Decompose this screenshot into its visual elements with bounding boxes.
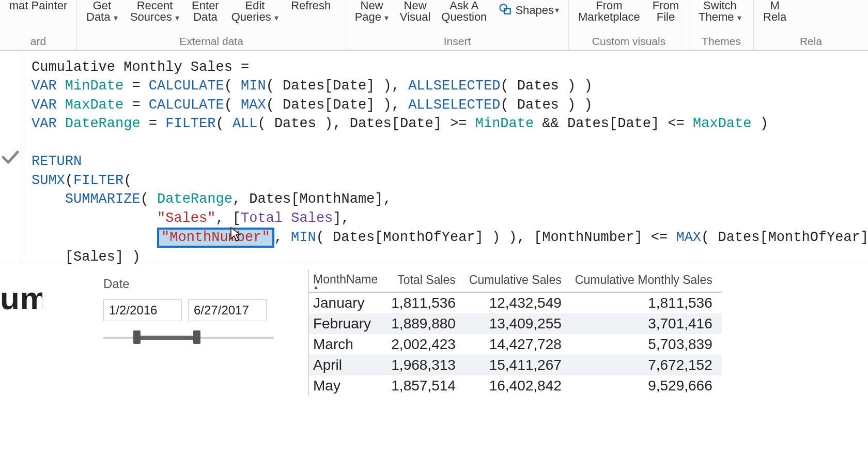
svg-point-0	[500, 4, 506, 11]
ribbon-group-label-rel: Rela	[754, 35, 868, 50]
ribbon-group-relationships: M Rela Rela	[754, 0, 868, 50]
chevron-down-icon: ▾	[555, 6, 559, 14]
get-data-button[interactable]: Get Data ▾	[80, 0, 124, 27]
switch-theme-button[interactable]: Switch Theme ▾	[692, 0, 748, 27]
slider-handle-start[interactable]	[133, 330, 141, 344]
refresh-button[interactable]: Refresh	[285, 0, 337, 27]
slicer-to-input[interactable]: 6/27/2017	[188, 299, 267, 321]
report-canvas: um Date 1/2/2016 6/27/2017 MonthName ▲ T…	[0, 264, 868, 452]
ribbon-group-custom-visuals: From Marketplace From File Custom visual…	[569, 0, 689, 50]
enter-data-button[interactable]: Enter Data	[185, 0, 225, 27]
slicer-from-input[interactable]: 1/2/2016	[103, 299, 182, 321]
ribbon-group-label-themes: Themes	[689, 35, 753, 50]
ribbon-group-insert: New Page ▾ New Visual Ask A Question Sha…	[346, 0, 569, 50]
shapes-button[interactable]: Shapes ▾	[492, 0, 566, 21]
shapes-icon	[499, 2, 513, 19]
ask-question-button[interactable]: Ask A Question	[436, 0, 492, 27]
from-marketplace-button[interactable]: From Marketplace	[572, 0, 646, 27]
selected-text: "MonthNumber"	[157, 228, 274, 248]
manage-rel-button[interactable]: M Rela	[757, 0, 793, 27]
col-header-monthname[interactable]: MonthName ▲	[309, 269, 387, 292]
table-row[interactable]: January1,811,53612,432,5491,811,536	[309, 292, 722, 313]
commit-formula-button[interactable]	[0, 51, 21, 264]
col-header-cumulative-monthly-sales[interactable]: Cumulative Monthly Sales	[571, 269, 722, 292]
edit-queries-button[interactable]: Edit Queries ▾	[225, 0, 285, 27]
ribbon-group-themes: Switch Theme ▾ Themes	[689, 0, 754, 50]
sort-asc-icon: ▲	[313, 287, 378, 288]
chevron-down-icon: ▾	[382, 13, 389, 22]
slicer-slider[interactable]	[103, 330, 274, 345]
chevron-down-icon: ▾	[272, 13, 278, 22]
table-row[interactable]: March2,002,42314,427,7285,703,839	[309, 334, 722, 355]
slicer-title: Date	[103, 277, 274, 291]
slider-handle-end[interactable]	[193, 330, 200, 344]
ribbon-group-label-insert: Insert	[346, 35, 568, 50]
new-page-button[interactable]: New Page ▾	[349, 0, 394, 27]
ribbon-group-label-custom: Custom visuals	[569, 35, 689, 50]
ribbon-group-clipboard: mat Painter ard	[0, 0, 77, 50]
chevron-down-icon: ▾	[111, 13, 117, 22]
col-header-cumulative-sales[interactable]: Cumulative Sales	[465, 269, 571, 292]
chevron-down-icon: ▾	[735, 13, 741, 22]
table-header-row: MonthName ▲ Total Sales Cumulative Sales…	[309, 269, 722, 292]
date-slicer[interactable]: Date 1/2/2016 6/27/2017	[103, 277, 274, 345]
new-visual-button[interactable]: New Visual	[394, 0, 436, 27]
from-file-button[interactable]: From File	[646, 0, 685, 27]
ribbon: mat Painter ard Get Data ▾ Recent Source…	[0, 0, 868, 51]
formula-editor[interactable]: Cumulative Monthly Sales = VAR MinDate =…	[21, 51, 868, 264]
table-row[interactable]: April1,968,31315,411,2677,672,152	[309, 355, 722, 375]
format-painter-button[interactable]: mat Painter	[3, 0, 73, 27]
table-row[interactable]: February1,889,88013,409,2553,701,416	[309, 313, 722, 334]
truncated-title: um	[0, 264, 42, 452]
ribbon-group-label-external: External data	[77, 35, 346, 50]
col-header-total-sales[interactable]: Total Sales	[387, 269, 465, 292]
ribbon-group-external-data: Get Data ▾ Recent Sources ▾ Enter Data E…	[77, 0, 346, 50]
ribbon-group-label-clipboard: ard	[0, 35, 76, 50]
check-icon	[0, 147, 21, 168]
chevron-down-icon: ▾	[173, 13, 179, 22]
format-painter-label: mat Painter	[9, 0, 68, 11]
recent-sources-button[interactable]: Recent Sources ▾	[124, 0, 185, 27]
formula-bar: Cumulative Monthly Sales = VAR MinDate =…	[0, 51, 868, 264]
table-visual[interactable]: MonthName ▲ Total Sales Cumulative Sales…	[308, 269, 868, 396]
table-row[interactable]: May1,857,51416,402,8429,529,666	[309, 375, 722, 396]
